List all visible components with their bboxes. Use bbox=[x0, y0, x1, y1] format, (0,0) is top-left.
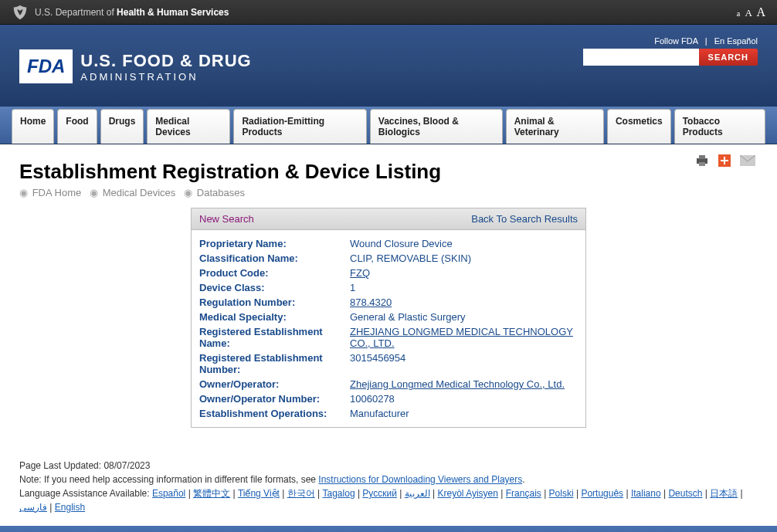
lang-link[interactable]: العربية bbox=[405, 488, 430, 499]
breadcrumb: ◉ FDA Home ◉ Medical Devices ◉ Databases bbox=[19, 187, 758, 198]
nav-radiation-emitting-products[interactable]: Radiation-Emitting Products bbox=[233, 109, 366, 144]
search-row: SEARCH bbox=[583, 49, 758, 66]
device-databox: New Search Back To Search Results Propri… bbox=[191, 208, 586, 428]
header-right: Follow FDA | En Español SEARCH bbox=[583, 36, 758, 66]
email-icon[interactable] bbox=[740, 155, 755, 166]
lang-link[interactable]: فارسی bbox=[19, 502, 47, 513]
nav-food[interactable]: Food bbox=[57, 109, 97, 144]
page-footer-info: Page Last Updated: 08/07/2023 Note: If y… bbox=[0, 459, 777, 526]
fda-logo-block[interactable]: FDA U.S. FOOD & DRUG ADMINISTRATION bbox=[19, 49, 252, 83]
search-input[interactable] bbox=[583, 49, 699, 66]
row-medical-specialty: Medical Specialty:General & Plastic Surg… bbox=[199, 310, 578, 324]
footer-bar: FDA AccessibilityContact FDACareersFDA B… bbox=[0, 526, 777, 532]
svg-rect-2 bbox=[699, 162, 705, 166]
nav-medical-devices[interactable]: Medical Devices bbox=[147, 109, 230, 144]
bc-arrow-icon: ◉ bbox=[184, 187, 192, 198]
viewers-link[interactable]: Instructions for Downloading Viewers and… bbox=[318, 474, 522, 485]
fda-title-line1: U.S. FOOD & DRUG bbox=[80, 51, 251, 71]
font-large[interactable]: A bbox=[756, 5, 765, 19]
product-code-link[interactable]: FZQ bbox=[350, 267, 370, 279]
share-icon[interactable] bbox=[718, 154, 731, 167]
print-icon[interactable] bbox=[695, 154, 709, 167]
format-note: Note: If you need help accessing informa… bbox=[19, 473, 758, 486]
hhs-left: U.S. Department of Health & Human Servic… bbox=[12, 4, 229, 21]
page-title: Establishment Registration & Device List… bbox=[19, 160, 758, 184]
nav-vaccines-blood-biologics[interactable]: Vaccines, Blood & Biologics bbox=[370, 109, 503, 144]
row-classification: Classification Name:CLIP, REMOVABLE (SKI… bbox=[199, 251, 578, 266]
lang-link[interactable]: English bbox=[55, 502, 85, 513]
follow-fda-link[interactable]: Follow FDA bbox=[654, 36, 697, 46]
page-action-icons bbox=[695, 154, 755, 167]
row-owner-number: Owner/Operator Number:10060278 bbox=[199, 391, 578, 406]
page-updated: Page Last Updated: 08/07/2023 bbox=[19, 459, 758, 473]
row-establishment-ops: Establishment Operations:Manufacturer bbox=[199, 406, 578, 421]
lang-link[interactable]: Português bbox=[581, 488, 623, 499]
row-device-class: Device Class:1 bbox=[199, 280, 578, 295]
nav-tobacco-products[interactable]: Tobacco Products bbox=[674, 109, 765, 144]
lang-link[interactable]: 한국어 bbox=[287, 488, 315, 499]
lang-link[interactable]: Polski bbox=[549, 488, 574, 499]
row-owner-operator: Owner/Operator:Zhejiang Longmed Medical … bbox=[199, 377, 578, 391]
lang-link[interactable]: 繁體中文 bbox=[193, 488, 230, 499]
font-size-controls: a A A bbox=[735, 5, 765, 19]
nav-cosmetics[interactable]: Cosmetics bbox=[607, 109, 671, 144]
lang-link[interactable]: Español bbox=[152, 488, 185, 499]
hhs-icon bbox=[12, 4, 29, 21]
databox-header: New Search Back To Search Results bbox=[192, 208, 585, 230]
row-establishment-name: Registered Establishment Name:ZHEJIANG L… bbox=[199, 324, 578, 351]
fda-title-line2: ADMINISTRATION bbox=[80, 71, 251, 83]
databox-body: Proprietary Name:Wound Closure Device Cl… bbox=[192, 230, 585, 427]
nav-home[interactable]: Home bbox=[12, 109, 54, 144]
lang-link[interactable]: Tagalog bbox=[323, 488, 355, 499]
font-small[interactable]: a bbox=[737, 9, 740, 18]
new-search-link[interactable]: New Search bbox=[199, 213, 254, 225]
lang-link[interactable]: Tiếng Việt bbox=[238, 488, 280, 499]
row-product-code: Product Code:FZQ bbox=[199, 266, 578, 280]
lang-link[interactable]: Italiano bbox=[631, 488, 661, 499]
bc-fda-home[interactable]: FDA Home bbox=[32, 187, 82, 198]
main-nav: HomeFoodDrugsMedical DevicesRadiation-Em… bbox=[0, 107, 777, 144]
back-to-results-link[interactable]: Back To Search Results bbox=[471, 213, 578, 225]
establishment-name-link[interactable]: ZHEJIANG LONGMED MEDICAL TECHNOLOGY CO.,… bbox=[350, 326, 573, 349]
bc-arrow-icon: ◉ bbox=[90, 187, 98, 198]
regulation-number-link[interactable]: 878.4320 bbox=[350, 296, 392, 308]
svg-rect-1 bbox=[699, 155, 705, 159]
bc-arrow-icon: ◉ bbox=[19, 187, 28, 198]
content: Establishment Registration & Device List… bbox=[0, 144, 777, 459]
lang-link[interactable]: Русский bbox=[362, 488, 397, 499]
fda-title: U.S. FOOD & DRUG ADMINISTRATION bbox=[80, 51, 251, 83]
row-proprietary: Proprietary Name:Wound Closure Device bbox=[199, 236, 578, 251]
dept-text: U.S. Department of Health & Human Servic… bbox=[35, 7, 229, 18]
bc-databases[interactable]: Databases bbox=[197, 187, 245, 198]
fda-badge: FDA bbox=[19, 49, 73, 83]
row-regulation-number: Regulation Number:878.4320 bbox=[199, 295, 578, 310]
nav-drugs[interactable]: Drugs bbox=[100, 109, 144, 144]
font-medium[interactable]: A bbox=[745, 7, 752, 19]
hhs-topbar: U.S. Department of Health & Human Servic… bbox=[0, 0, 777, 25]
espanol-link[interactable]: En Español bbox=[714, 36, 758, 46]
lang-link[interactable]: Français bbox=[506, 488, 541, 499]
fda-header: FDA U.S. FOOD & DRUG ADMINISTRATION Foll… bbox=[0, 25, 777, 107]
lang-link[interactable]: Deutsch bbox=[668, 488, 702, 499]
search-button[interactable]: SEARCH bbox=[699, 49, 758, 66]
owner-operator-link[interactable]: Zhejiang Longmed Medical Technology Co.,… bbox=[350, 378, 565, 390]
language-assistance: Language Assistance Available: Español |… bbox=[19, 486, 758, 514]
bc-medical-devices[interactable]: Medical Devices bbox=[103, 187, 176, 198]
nav-animal-veterinary[interactable]: Animal & Veterinary bbox=[506, 109, 604, 144]
row-establishment-number: Registered Establishment Number:30154569… bbox=[199, 351, 578, 377]
follow-links: Follow FDA | En Español bbox=[583, 36, 758, 46]
lang-link[interactable]: 日本語 bbox=[710, 488, 738, 499]
lang-link[interactable]: Kreyòl Ayisyen bbox=[437, 488, 498, 499]
